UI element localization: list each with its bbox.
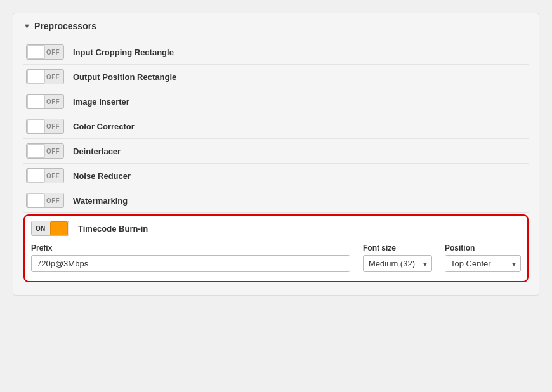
slider-output-position [27, 70, 45, 84]
toggle-label-noise-reducer: OFF [46, 173, 60, 180]
position-select[interactable]: Top Left Top Center Top Right Middle Lef… [445, 255, 521, 272]
toggle-label-color-corrector: OFF [46, 123, 60, 130]
toggle-input-cropping[interactable]: OFF [26, 44, 64, 60]
position-label: Position [445, 244, 521, 252]
toggle-noise-reducer[interactable]: OFF [26, 168, 64, 183]
section-header[interactable]: ▼ Preprocessors [23, 21, 529, 31]
slider-input-cropping [27, 45, 45, 59]
toggle-watermarking[interactable]: OFF [26, 193, 64, 208]
row-input-cropping: OFF Input Cropping Rectangle [23, 40, 529, 65]
collapse-arrow-icon: ▼ [23, 22, 30, 30]
section-title: Preprocessors [34, 21, 96, 31]
label-watermarking: Watermarking [73, 196, 128, 206]
slider-image-inserter [27, 95, 45, 108]
timecode-burnin-section: ON Timecode Burn-in Prefix Font size Sma… [23, 214, 529, 282]
label-color-corrector: Color Corrector [73, 122, 135, 131]
timecode-label: Timecode Burn-in [78, 224, 148, 233]
label-image-inserter: Image Inserter [73, 97, 129, 107]
position-group: Position Top Left Top Center Top Right M… [445, 244, 521, 272]
toggle-output-position[interactable]: OFF [26, 69, 64, 84]
fontsize-label: Font size [363, 244, 432, 252]
toggle-deinterlacer[interactable]: OFF [26, 143, 64, 159]
label-deinterlacer: Deinterlacer [73, 147, 121, 156]
slider-color-corrector [27, 119, 45, 133]
prefix-input[interactable] [31, 255, 350, 272]
toggle-on-label: ON [36, 225, 46, 232]
label-input-cropping: Input Cropping Rectangle [73, 48, 174, 57]
row-watermarking: OFF Watermarking [23, 188, 529, 213]
prefix-label: Prefix [31, 244, 350, 252]
toggle-image-inserter[interactable]: OFF [26, 94, 64, 109]
timecode-toggle[interactable]: ON [31, 221, 69, 236]
toggle-label-output-position: OFF [46, 74, 60, 81]
toggle-label-image-inserter: OFF [46, 98, 60, 105]
toggle-label-watermarking: OFF [46, 197, 60, 204]
label-output-position: Output Position Rectangle [73, 72, 176, 82]
row-output-position: OFF Output Position Rectangle [23, 65, 529, 89]
fontsize-select-wrapper: Small (16) Small (24) Medium (32) Large … [363, 255, 432, 272]
prefix-group: Prefix [31, 244, 350, 272]
slider-deinterlacer [27, 144, 45, 158]
row-deinterlacer: OFF Deinterlacer [23, 139, 529, 164]
timecode-header: ON Timecode Burn-in [31, 221, 521, 236]
slider-noise-reducer [27, 169, 45, 183]
toggle-color-corrector[interactable]: OFF [26, 119, 64, 134]
fontsize-select[interactable]: Small (16) Small (24) Medium (32) Large … [363, 255, 432, 272]
fontsize-group: Font size Small (16) Small (24) Medium (… [363, 244, 432, 272]
toggle-label-deinterlacer: OFF [46, 148, 60, 155]
toggle-label-input-cropping: OFF [46, 49, 60, 56]
row-image-inserter: OFF Image Inserter [23, 89, 529, 114]
toggle-slider [50, 221, 68, 235]
label-noise-reducer: Noise Reducer [73, 171, 131, 181]
row-noise-reducer: OFF Noise Reducer [23, 164, 529, 188]
preprocessors-panel: ▼ Preprocessors OFF Input Cropping Recta… [13, 13, 539, 296]
timecode-fields: Prefix Font size Small (16) Small (24) M… [31, 244, 521, 272]
slider-watermarking [27, 193, 45, 207]
row-color-corrector: OFF Color Corrector [23, 114, 529, 139]
position-select-wrapper: Top Left Top Center Top Right Middle Lef… [445, 255, 521, 272]
